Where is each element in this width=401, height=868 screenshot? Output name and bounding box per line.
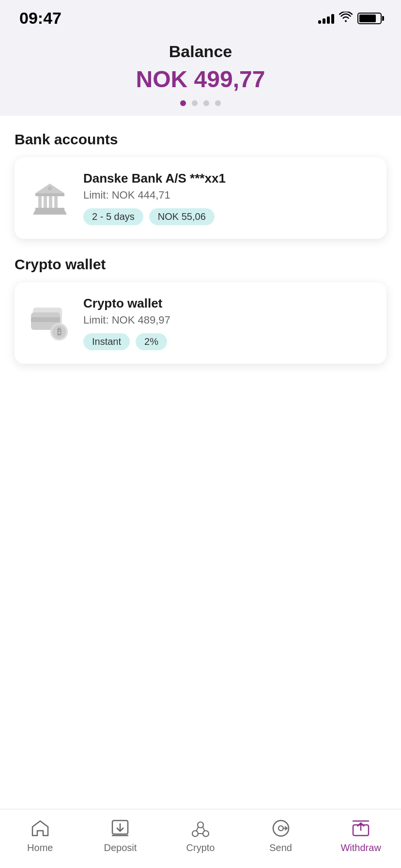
header-section: Balance NOK 499,77 (0, 32, 401, 116)
bank-icon (28, 176, 72, 220)
bank-accounts-title: Bank accounts (15, 131, 386, 148)
battery-icon (357, 13, 382, 24)
crypto-tag-instant: Instant (83, 333, 130, 350)
svg-rect-4 (44, 196, 47, 208)
crypto-tag-fee: 2% (136, 333, 167, 350)
svg-line-23 (203, 827, 205, 831)
svg-point-26 (278, 826, 283, 831)
bank-tag-amount: NOK 55,06 (149, 208, 215, 225)
dot-2[interactable] (192, 100, 198, 106)
status-icons (318, 12, 382, 25)
svg-rect-3 (38, 196, 42, 208)
balance-amount: NOK 499,77 (0, 66, 401, 93)
bank-account-card[interactable]: Danske Bank A/S ***xx1 Limit: NOK 444,71… (15, 157, 386, 239)
page-dots (0, 100, 401, 106)
svg-rect-7 (35, 208, 64, 211)
page-title: Balance (0, 42, 401, 61)
bottom-nav: Home Deposit Crypto Send (0, 809, 401, 868)
crypto-card-tags: Instant 2% (83, 333, 373, 350)
svg-rect-9 (33, 213, 66, 215)
nav-item-crypto[interactable]: Crypto (171, 818, 230, 853)
signal-icon (318, 13, 334, 24)
svg-rect-6 (54, 196, 58, 208)
bank-card-tags: 2 - 5 days NOK 55,06 (83, 208, 373, 225)
svg-rect-5 (49, 196, 52, 208)
svg-rect-8 (34, 211, 65, 213)
dot-4[interactable] (215, 100, 221, 106)
svg-point-20 (192, 831, 198, 837)
dot-1[interactable] (180, 100, 186, 106)
svg-point-21 (203, 831, 209, 837)
wifi-icon (339, 12, 353, 25)
nav-item-deposit[interactable]: Deposit (91, 818, 149, 853)
nav-label-deposit: Deposit (104, 842, 137, 853)
nav-item-send[interactable]: Send (252, 818, 310, 853)
bank-tag-days: 2 - 5 days (83, 208, 143, 225)
deposit-icon (110, 818, 130, 838)
crypto-card-limit: Limit: NOK 489,97 (83, 314, 373, 326)
crypto-nav-icon (190, 818, 211, 838)
dot-3[interactable] (203, 100, 209, 106)
crypto-card-info: Crypto wallet Limit: NOK 489,97 Instant … (83, 296, 373, 350)
svg-rect-2 (35, 193, 64, 196)
svg-line-22 (196, 827, 198, 831)
nav-label-home: Home (27, 842, 53, 853)
svg-point-1 (48, 186, 52, 190)
bank-card-info: Danske Bank A/S ***xx1 Limit: NOK 444,71… (83, 171, 373, 225)
svg-point-19 (198, 822, 203, 828)
svg-rect-12 (31, 317, 60, 322)
nav-label-crypto: Crypto (186, 842, 215, 853)
main-content: Bank accounts (0, 116, 401, 868)
nav-item-home[interactable]: Home (11, 818, 69, 853)
crypto-card-name: Crypto wallet (83, 296, 373, 311)
withdraw-icon (351, 818, 371, 838)
nav-label-withdraw: Withdraw (340, 842, 381, 853)
crypto-wallet-card[interactable]: ₿ Crypto wallet Limit: NOK 489,97 Instan… (15, 282, 386, 364)
send-icon (271, 818, 291, 838)
svg-text:₿: ₿ (57, 327, 62, 337)
bank-card-limit: Limit: NOK 444,71 (83, 189, 373, 202)
nav-item-withdraw[interactable]: Withdraw (332, 818, 390, 853)
status-time: 09:47 (19, 9, 62, 28)
crypto-icon: ₿ (28, 301, 72, 345)
home-icon (30, 818, 50, 838)
nav-label-send: Send (269, 842, 292, 853)
status-bar: 09:47 (0, 0, 401, 32)
crypto-wallet-title: Crypto wallet (15, 256, 386, 273)
bank-card-name: Danske Bank A/S ***xx1 (83, 171, 373, 186)
